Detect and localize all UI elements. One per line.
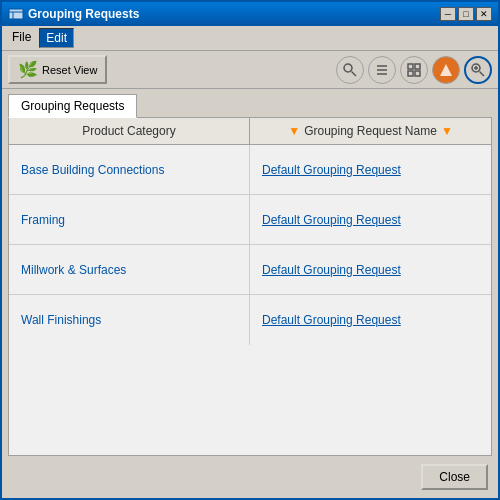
column-header-product-category: Product Category <box>9 118 250 144</box>
grouping-request-cell[interactable]: Default Grouping Request <box>250 145 491 194</box>
product-category-cell[interactable]: Framing <box>9 195 250 244</box>
grouping-request-cell[interactable]: Default Grouping Request <box>250 195 491 244</box>
search-icon-button[interactable] <box>336 56 364 84</box>
table-header: Product Category ▼ Grouping Request Name… <box>9 118 491 145</box>
main-window: Grouping Requests ─ □ ✕ File Edit 🌿 Rese… <box>0 0 500 500</box>
title-bar-left: Grouping Requests <box>8 6 139 22</box>
menu-edit[interactable]: Edit <box>39 28 74 48</box>
close-button[interactable]: Close <box>421 464 488 490</box>
product-category-cell[interactable]: Wall Finishings <box>9 295 250 345</box>
toolbar-icons <box>336 56 492 84</box>
maximize-button[interactable]: □ <box>458 7 474 21</box>
list-icon-button[interactable] <box>368 56 396 84</box>
svg-line-14 <box>480 71 485 76</box>
minimize-button[interactable]: ─ <box>440 7 456 21</box>
svg-rect-11 <box>415 71 420 76</box>
grouping-request-cell[interactable]: Default Grouping Request <box>250 245 491 294</box>
svg-marker-12 <box>440 64 452 76</box>
tab-bar: Grouping Requests <box>2 89 498 117</box>
footer: Close <box>2 456 498 498</box>
title-bar: Grouping Requests ─ □ ✕ <box>2 2 498 26</box>
svg-rect-10 <box>408 71 413 76</box>
filter-icon-right: ▼ <box>441 124 453 138</box>
tab-grouping-requests[interactable]: Grouping Requests <box>8 94 137 118</box>
svg-rect-9 <box>415 64 420 69</box>
content-area: Product Category ▼ Grouping Request Name… <box>8 117 492 456</box>
table-row: Millwork & Surfaces Default Grouping Req… <box>9 245 491 295</box>
product-category-cell[interactable]: Millwork & Surfaces <box>9 245 250 294</box>
toolbar: 🌿 Reset View <box>2 51 498 89</box>
grid-icon-button[interactable] <box>400 56 428 84</box>
filter-icon: ▼ <box>288 124 300 138</box>
svg-rect-0 <box>9 9 23 19</box>
column-header-grouping-request-name: ▼ Grouping Request Name ▼ <box>250 118 491 144</box>
app-icon <box>8 6 24 22</box>
menu-bar: File Edit <box>2 26 498 51</box>
table-row: Framing Default Grouping Request <box>9 195 491 245</box>
product-category-cell[interactable]: Base Building Connections <box>9 145 250 194</box>
table-body: Base Building Connections Default Groupi… <box>9 145 491 455</box>
svg-rect-8 <box>408 64 413 69</box>
table-row: Wall Finishings Default Grouping Request <box>9 295 491 345</box>
reset-view-label: Reset View <box>42 64 97 76</box>
table-row: Base Building Connections Default Groupi… <box>9 145 491 195</box>
leaf-icon: 🌿 <box>18 60 38 79</box>
svg-point-3 <box>344 64 352 72</box>
close-window-button[interactable]: ✕ <box>476 7 492 21</box>
zoom-icon-button[interactable] <box>464 56 492 84</box>
window-title: Grouping Requests <box>28 7 139 21</box>
orange-icon-button[interactable] <box>432 56 460 84</box>
svg-line-4 <box>352 71 357 76</box>
grouping-request-cell[interactable]: Default Grouping Request <box>250 295 491 345</box>
window-controls: ─ □ ✕ <box>440 7 492 21</box>
reset-view-button[interactable]: 🌿 Reset View <box>8 55 107 84</box>
menu-file[interactable]: File <box>6 28 37 48</box>
